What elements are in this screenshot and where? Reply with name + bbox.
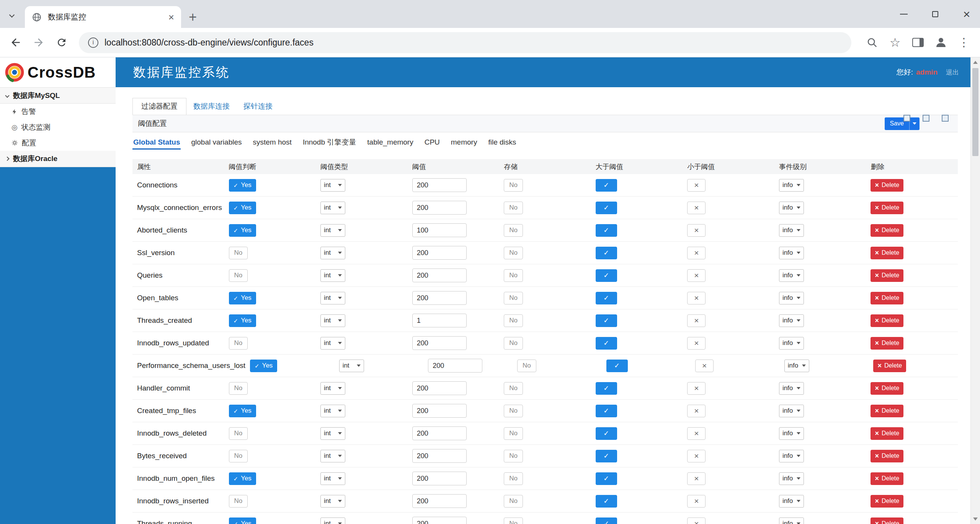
threshold-type-select[interactable]: int [320,472,345,485]
threshold-judge-toggle[interactable]: No [229,450,248,462]
less-than-toggle[interactable]: × [687,517,706,524]
threshold-judge-toggle[interactable]: ✓Yes [250,360,277,372]
event-level-select[interactable]: info [779,495,804,508]
sidebar-item-config[interactable]: 配置 [0,135,116,151]
delete-button[interactable]: ×Delete [871,382,903,395]
event-level-select[interactable]: info [779,427,804,440]
scroll-up-arrow-icon[interactable] [973,61,978,64]
logout-link[interactable]: 退出 [946,68,959,77]
event-level-select[interactable]: info [779,450,804,462]
storage-toggle[interactable]: No [504,314,523,327]
window-close-button[interactable]: × [961,8,972,20]
bookmark-star-icon[interactable]: ☆ [887,34,903,51]
event-level-select[interactable]: info [779,269,804,282]
threshold-type-select[interactable]: int [320,202,345,214]
less-than-toggle[interactable]: × [695,360,714,372]
threshold-type-select[interactable]: int [320,224,345,237]
event-level-select[interactable]: info [779,517,804,524]
reload-button[interactable] [54,34,70,50]
event-level-select[interactable]: info [779,314,804,327]
less-than-toggle[interactable]: × [687,314,706,327]
threshold-value-input[interactable] [412,517,467,524]
less-than-toggle[interactable]: × [687,450,706,462]
greater-than-toggle[interactable]: ✓ [596,292,617,304]
storage-toggle[interactable]: No [504,450,523,462]
less-than-toggle[interactable]: × [687,472,706,485]
delete-button[interactable]: ×Delete [871,337,903,350]
sidebar-group-oracle[interactable]: 数据库Oracle [0,151,116,167]
threshold-value-input[interactable] [412,269,467,282]
storage-toggle[interactable]: No [517,360,536,372]
subtab-cpu[interactable]: CPU [424,135,441,150]
tab-filter-config[interactable]: 过滤器配置 [132,98,186,115]
less-than-toggle[interactable]: × [687,382,706,395]
threshold-value-input[interactable] [412,223,467,237]
storage-toggle[interactable]: No [504,337,523,350]
delete-button[interactable]: ×Delete [871,472,903,485]
storage-toggle[interactable]: No [504,269,523,282]
threshold-type-select[interactable]: int [320,314,345,327]
window-minimize-button[interactable] [898,8,910,20]
threshold-value-input[interactable] [412,246,467,260]
subtab-global-status[interactable]: Global Status [132,135,181,150]
threshold-type-select[interactable]: int [320,269,345,282]
window-restore-button[interactable] [929,8,941,20]
event-level-select[interactable]: info [779,202,804,214]
sidebar-item-alert[interactable]: 告警 [0,104,116,119]
threshold-judge-toggle[interactable]: ✓Yes [229,314,256,327]
threshold-type-select[interactable]: int [320,495,345,508]
delete-button[interactable]: ×Delete [871,405,903,417]
tab-probe-connection[interactable]: 探针连接 [237,98,279,115]
greater-than-toggle[interactable]: ✓ [596,427,617,440]
event-level-select[interactable]: info [779,472,804,485]
url-text[interactable]: localhost:8080/cross-db-engine/views/con… [105,37,314,48]
storage-toggle[interactable]: No [504,427,523,440]
tab-search-button[interactable] [10,11,14,18]
less-than-toggle[interactable]: × [687,337,706,350]
threshold-value-input[interactable] [412,426,467,440]
delete-button[interactable]: ×Delete [871,224,903,237]
greater-than-toggle[interactable]: ✓ [596,472,617,485]
delete-button[interactable]: ×Delete [873,360,906,372]
event-level-select[interactable]: info [779,337,804,350]
browser-menu-button[interactable]: ⋮ [956,34,972,51]
subtab-innodb-vars[interactable]: Innodb 引擎变量 [302,134,357,150]
threshold-judge-toggle[interactable]: No [229,269,248,282]
browser-tab[interactable]: 数据库监控 × [25,6,181,28]
less-than-toggle[interactable]: × [687,224,706,237]
storage-toggle[interactable]: No [504,292,523,304]
greater-than-toggle[interactable]: ✓ [596,495,617,508]
threshold-judge-toggle[interactable]: ✓Yes [229,405,256,417]
less-than-toggle[interactable]: × [687,495,706,508]
subtab-system-host[interactable]: system host [252,135,292,150]
threshold-type-select[interactable]: int [320,405,345,417]
greater-than-toggle[interactable]: ✓ [596,450,617,462]
zoom-icon[interactable] [864,34,880,51]
delete-button[interactable]: ×Delete [871,495,903,508]
threshold-type-select[interactable]: int [320,247,345,259]
threshold-value-input[interactable] [412,449,467,463]
sidebar-group-mysql[interactable]: 数据库MySQL [0,87,116,104]
storage-toggle[interactable]: No [504,247,523,259]
threshold-judge-toggle[interactable]: No [229,382,248,395]
tab-close-icon[interactable]: × [168,12,174,22]
forward-button[interactable] [31,34,47,50]
storage-toggle[interactable]: No [504,224,523,237]
storage-toggle[interactable]: No [504,382,523,395]
threshold-judge-toggle[interactable]: No [229,495,248,508]
delete-button[interactable]: ×Delete [871,517,903,524]
portlet-icon-2[interactable] [923,115,929,122]
event-level-select[interactable]: info [779,292,804,304]
threshold-type-select[interactable]: int [320,517,345,524]
site-info-icon[interactable]: i [88,37,98,48]
threshold-judge-toggle[interactable]: ✓Yes [229,202,256,214]
storage-toggle[interactable]: No [504,495,523,508]
threshold-judge-toggle[interactable]: ✓Yes [229,179,256,192]
side-panel-icon[interactable] [910,34,926,51]
event-level-select[interactable]: info [779,179,804,192]
threshold-judge-toggle[interactable]: No [229,247,248,259]
greater-than-toggle[interactable]: ✓ [596,382,617,395]
greater-than-toggle[interactable]: ✓ [606,360,628,372]
event-level-select[interactable]: info [779,247,804,259]
sidebar-item-status[interactable]: ◎ 状态监测 [0,119,116,135]
